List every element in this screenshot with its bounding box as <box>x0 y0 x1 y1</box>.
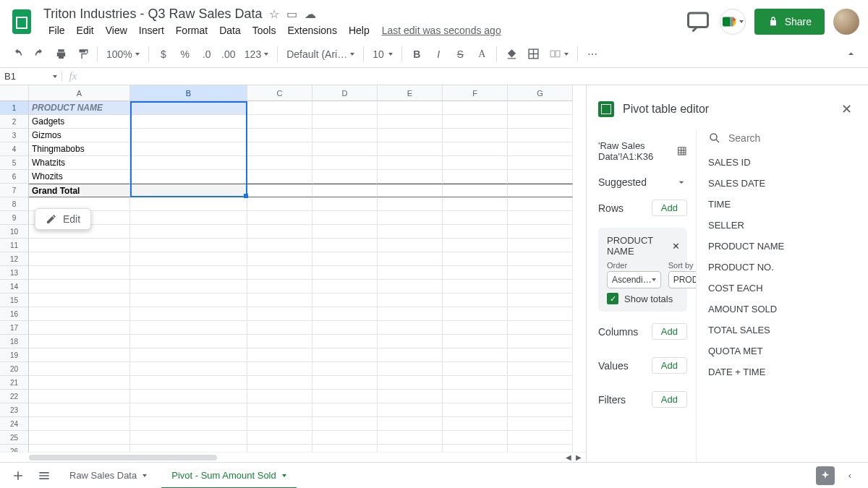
cell[interactable] <box>508 225 573 239</box>
cell[interactable] <box>312 390 378 403</box>
horizontal-scrollbar[interactable]: ◀▶ <box>0 452 586 462</box>
cell[interactable] <box>378 225 443 239</box>
cell[interactable] <box>312 129 378 142</box>
cell[interactable] <box>378 280 443 294</box>
borders-button[interactable] <box>523 44 543 64</box>
cell[interactable] <box>29 321 130 335</box>
cell[interactable] <box>508 156 573 170</box>
cell[interactable] <box>130 170 247 184</box>
cell[interactable] <box>130 417 247 431</box>
field-search-input[interactable] <box>727 132 856 145</box>
name-box[interactable]: B1 <box>0 71 62 82</box>
cell[interactable] <box>378 170 443 184</box>
fill-color-button[interactable] <box>501 44 522 64</box>
cell[interactable] <box>312 431 378 445</box>
add-sheet-button[interactable] <box>7 465 29 487</box>
cell[interactable] <box>443 390 508 403</box>
pivot-edit-chip[interactable]: Edit <box>35 208 91 230</box>
cell[interactable] <box>29 403 130 417</box>
col-F[interactable]: F <box>443 85 508 101</box>
move-icon[interactable]: ▭ <box>286 7 297 21</box>
row-header[interactable]: 11 <box>0 239 29 252</box>
cell[interactable] <box>508 417 573 431</box>
cell[interactable] <box>443 376 508 390</box>
toolbar-more-button[interactable]: ⋯ <box>582 44 603 64</box>
decrease-decimal-button[interactable]: .0 <box>197 44 217 64</box>
sheets-logo[interactable] <box>7 7 36 36</box>
select-all-corner[interactable] <box>0 85 29 101</box>
cell[interactable] <box>508 431 573 445</box>
cell[interactable] <box>378 115 443 129</box>
account-avatar[interactable] <box>833 9 859 35</box>
cell[interactable]: Whatzits <box>29 156 130 170</box>
scroll-right-icon[interactable]: ▶ <box>576 453 582 461</box>
cell[interactable] <box>508 403 573 417</box>
cell[interactable] <box>443 348 508 362</box>
merge-cells-button[interactable] <box>545 44 573 64</box>
document-title[interactable]: Triton Industries - Q3 Raw Sales Data <box>43 7 262 22</box>
available-field[interactable]: TIME <box>708 199 856 210</box>
cell[interactable] <box>130 403 247 417</box>
show-totals-checkbox[interactable]: ✓ <box>607 293 618 304</box>
cell[interactable] <box>29 335 130 348</box>
cell[interactable] <box>247 335 312 348</box>
cell[interactable] <box>508 348 573 362</box>
cell[interactable] <box>443 321 508 335</box>
text-color-button[interactable]: A <box>472 44 492 64</box>
cell[interactable] <box>508 321 573 335</box>
row-header[interactable]: 20 <box>0 362 29 376</box>
explore-button[interactable] <box>816 466 835 485</box>
cell[interactable] <box>130 252 247 266</box>
field-search[interactable] <box>708 130 856 151</box>
cell[interactable] <box>378 335 443 348</box>
font-size-select[interactable]: 10 <box>368 44 397 64</box>
scroll-left-icon[interactable]: ◀ <box>566 453 571 461</box>
cell[interactable] <box>312 142 378 156</box>
cell[interactable] <box>247 445 312 452</box>
share-button[interactable]: Share <box>754 9 825 35</box>
cell[interactable] <box>443 239 508 252</box>
row-header[interactable]: 22 <box>0 390 29 403</box>
cell[interactable] <box>312 101 378 115</box>
add-columns-button[interactable]: Add <box>652 323 687 340</box>
cell[interactable] <box>130 348 247 362</box>
side-panel-toggle[interactable]: ‹ <box>839 465 861 487</box>
all-sheets-button[interactable] <box>33 465 55 487</box>
row-header[interactable]: 17 <box>0 321 29 335</box>
row-header[interactable]: 6 <box>0 170 29 184</box>
row-header[interactable]: 10 <box>0 225 29 239</box>
col-B[interactable]: B <box>130 85 247 101</box>
menu-view[interactable]: View <box>101 23 132 38</box>
cell[interactable] <box>378 294 443 307</box>
cell[interactable] <box>130 362 247 376</box>
row-header[interactable]: 4 <box>0 142 29 156</box>
cell[interactable]: Whozits <box>29 170 130 184</box>
cell[interactable] <box>443 417 508 431</box>
toolbar-collapse-button[interactable] <box>841 44 861 64</box>
cell[interactable] <box>130 184 247 197</box>
available-field[interactable]: QUOTA MET <box>708 346 856 356</box>
cell[interactable] <box>443 280 508 294</box>
cell[interactable] <box>508 170 573 184</box>
cell[interactable] <box>130 211 247 225</box>
cell[interactable] <box>378 184 443 197</box>
cell[interactable] <box>247 156 312 170</box>
cell[interactable] <box>378 321 443 335</box>
cell[interactable] <box>508 362 573 376</box>
cell[interactable] <box>247 294 312 307</box>
meet-button[interactable] <box>720 9 746 35</box>
cell[interactable] <box>29 252 130 266</box>
cell[interactable] <box>508 184 573 197</box>
cell[interactable] <box>378 362 443 376</box>
cell[interactable] <box>508 101 573 115</box>
sheet-grid[interactable]: A B C D E F G 1PRODUCT NAME2Gadgets3Gizm… <box>0 85 586 462</box>
available-field[interactable]: TOTAL SALES <box>708 325 856 335</box>
cell[interactable] <box>443 156 508 170</box>
cell[interactable] <box>247 376 312 390</box>
cell[interactable] <box>378 376 443 390</box>
row-header[interactable]: 13 <box>0 266 29 280</box>
available-field[interactable]: SALES ID <box>708 157 856 168</box>
col-E[interactable]: E <box>378 85 443 101</box>
cell[interactable] <box>378 129 443 142</box>
menu-format[interactable]: Format <box>171 23 213 38</box>
